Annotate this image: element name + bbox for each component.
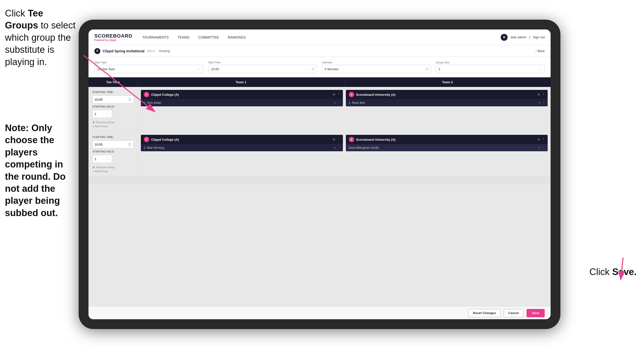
remove-group-btn-1[interactable]: 🗑 Remove Group [92, 121, 134, 124]
group-row-3-partial [88, 177, 550, 184]
intervals-clock-icon: 🕐 [425, 68, 428, 70]
player-remove-icon-2-2-1[interactable]: ✕ [538, 146, 541, 150]
player-remove-icon-2-1-1[interactable]: ✕ [334, 146, 336, 150]
player-chevron-icon-2-1-1[interactable]: ⌃ [338, 147, 340, 149]
team-avatar-2-1: C [144, 137, 149, 142]
trash-icon-2: 🗑 [92, 166, 95, 169]
team-slot-1-2: S Scoreboard University (A) ✕ ⌃ 1. Rees … [346, 90, 548, 129]
team-card-1-2[interactable]: S Scoreboard University (A) ✕ ⌃ 1. Rees … [346, 90, 548, 106]
player-name-2-1-1: 2. Blair McHarg [144, 146, 332, 150]
starting-time-input-1[interactable]: 10:00 🕐 [92, 95, 134, 103]
player-remove-icon-1-2-1[interactable]: ✕ [538, 101, 541, 105]
player-actions-1-1-1: ✕ ⌃ [334, 101, 340, 105]
team-card-actions-2-2: ✕ ⌃ [537, 137, 545, 141]
player-chevron-icon-2-2-1[interactable]: ⌃ [543, 147, 545, 149]
team-remove-icon-2-2[interactable]: ✕ [537, 137, 540, 141]
player-name-1-2-1: 1. Rees Britt [349, 101, 536, 105]
player-chevron-icon-1-1-1[interactable]: ⌃ [338, 102, 340, 104]
back-button[interactable]: ‹ Back [536, 49, 545, 53]
team-card-header-2-1: C Clippd College (A) ✕ ⌃ [141, 135, 343, 144]
add-group-btn-1[interactable]: + Add Group [92, 125, 134, 128]
start-type-label: Start Type [94, 61, 203, 64]
intervals-field: Intervals 5 Minutes 🕐 [322, 61, 431, 73]
nav-right: B blair admin | Sign out [501, 34, 545, 41]
logo-scoreboard: SCOREBOARD [94, 33, 132, 39]
intervals-input[interactable]: 5 Minutes 🕐 [322, 65, 431, 73]
group-size-field: Group Size 2 ⌃⌄ [436, 61, 545, 73]
starting-hole-input-2[interactable]: 1 ⌃⌄ [92, 155, 112, 163]
team-chevron-icon-1-1[interactable]: ⌃ [338, 93, 340, 96]
team-remove-icon-2-1[interactable]: ✕ [332, 137, 336, 141]
player-card-1-1-1: 1. Rich Butler ✕ ⌃ [141, 99, 343, 106]
nav-separator: | [529, 35, 530, 39]
player-card-1-2-1: 1. Rees Britt ✕ ⌃ [346, 99, 548, 106]
player-name-2-2-1: Dave Billingham (SUB) [349, 146, 536, 150]
instruction-text: Click Tee Groups to select which group t… [5, 7, 76, 68]
logo-powered: Powered by clippd [94, 39, 132, 41]
player-card-2-2-1: Dave Billingham (SUB) ✕ ⌃ [346, 144, 548, 151]
team-chevron-icon-2-2[interactable]: ⌃ [542, 138, 545, 141]
intervals-label: Intervals [322, 61, 431, 64]
save-button[interactable]: Save [526, 309, 545, 317]
team-name-2-1: Clippd College (A) [151, 138, 330, 141]
player-actions-1-2-1: ✕ ⌃ [538, 101, 545, 105]
player-actions-2-2-1: ✕ ⌃ [538, 146, 545, 150]
team-slot-1-1: C Clippd College (A) ✕ ⌃ 1. Rich Butler [141, 90, 343, 129]
nav-tournaments[interactable]: TOURNAMENTS [142, 34, 168, 40]
nav-rankings[interactable]: RANKINGS [228, 34, 246, 40]
start-type-input[interactable]: 1st Tee Start ⌃⌄ [94, 65, 203, 73]
note-text: Note: Only choose the players competing … [5, 122, 76, 219]
team-name-2-2: Scoreboard University (A) [356, 138, 536, 141]
logo-area: SCOREBOARD Powered by clippd [94, 33, 132, 41]
breadcrumb-hosting: Hosting [159, 49, 170, 53]
content-area: Start Type 1st Tee Start ⌃⌄ Start Time 1… [88, 57, 550, 319]
click-save-instruction: Click Save. [590, 267, 637, 277]
instructions-panel: Click Tee Groups to select which group t… [0, 0, 81, 224]
reset-changes-button[interactable]: Reset Changes [468, 309, 501, 317]
team-remove-icon-1-1[interactable]: ✕ [332, 93, 336, 96]
team-avatar-1-1: C [144, 92, 149, 97]
remove-group-btn-2[interactable]: 🗑 Remove Group [92, 166, 134, 169]
breadcrumb-left: B Clippd Spring Invitational (Men) Hosti… [94, 48, 170, 54]
group-size-input[interactable]: 2 ⌃⌄ [436, 65, 545, 73]
tee-time-col-1: STARTING TIME: 10:00 🕐 STARTING HOLE: 1 … [88, 87, 138, 132]
team-chevron-icon-2-1[interactable]: ⌃ [338, 138, 340, 141]
player-card-2-1-1: 2. Blair McHarg ✕ ⌃ [141, 144, 343, 151]
team-name-1-2: Scoreboard University (A) [356, 93, 536, 96]
team-avatar-1-2: S [349, 92, 354, 97]
header-team1: Team 1 [138, 77, 344, 87]
tee-time-col-2: STARTING TIME: 10:05 🕐 STARTING HOLE: 1 … [88, 132, 138, 177]
navbar: SCOREBOARD Powered by clippd TOURNAMENTS… [88, 29, 550, 45]
starting-time-label-2: STARTING TIME: [92, 136, 134, 138]
teams-col-2: C Clippd College (A) ✕ ⌃ 2. Blair McHarg [138, 132, 550, 177]
breadcrumb-title: Clippd Spring Invitational [103, 49, 144, 53]
breadcrumb-division: (Men) [147, 49, 154, 53]
starting-hole-input-1[interactable]: 1 ⌃⌄ [92, 110, 112, 118]
tablet-device: SCOREBOARD Powered by clippd TOURNAMENTS… [79, 20, 560, 329]
nav-signout[interactable]: Sign out [533, 35, 545, 39]
team-card-2-1[interactable]: C Clippd College (A) ✕ ⌃ 2. Blair McHarg [141, 135, 343, 151]
team-remove-icon-1-2[interactable]: ✕ [537, 93, 540, 96]
team-chevron-icon-1-2[interactable]: ⌃ [542, 93, 545, 96]
nav-teams[interactable]: TEAMS [178, 34, 189, 40]
nav-committee[interactable]: COMMITTEE [198, 34, 219, 40]
team-card-1-1[interactable]: C Clippd College (A) ✕ ⌃ 1. Rich Butler [141, 90, 343, 106]
group-size-arrow: ⌃⌄ [538, 68, 542, 70]
start-time-input[interactable]: 10:00 🕐 [208, 65, 317, 73]
time-clock-icon-1: 🕐 [128, 98, 132, 101]
add-group-btn-2[interactable]: + Add Group [92, 170, 134, 173]
starting-time-input-2[interactable]: 10:05 🕐 [92, 140, 134, 148]
start-time-field: Start Time 10:00 🕐 [208, 61, 317, 73]
team-card-header-1-1: C Clippd College (A) ✕ ⌃ [141, 90, 343, 99]
tee-actions-2: 🗑 Remove Group + Add Group [92, 166, 134, 173]
trash-icon: 🗑 [92, 121, 95, 124]
cancel-button[interactable]: Cancel [504, 309, 524, 317]
bottom-bar: Reset Changes Cancel Save [88, 307, 550, 319]
start-type-arrow: ⌃⌄ [197, 68, 200, 70]
team-card-2-2[interactable]: S Scoreboard University (A) ✕ ⌃ Dave Bil… [346, 135, 548, 151]
player-remove-icon-1-1-1[interactable]: ✕ [334, 101, 336, 105]
team-card-actions-2-1: ✕ ⌃ [332, 137, 340, 141]
header-tee-time: Tee Time [88, 77, 138, 87]
header-team2: Team 2 [344, 77, 550, 87]
player-chevron-icon-1-2-1[interactable]: ⌃ [543, 102, 545, 104]
